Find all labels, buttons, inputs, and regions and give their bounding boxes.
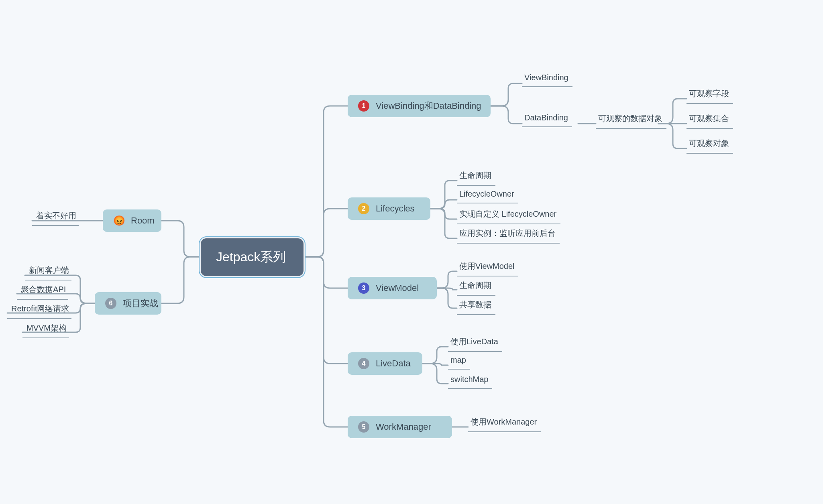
leaf-databinding[interactable]: DataBinding	[522, 111, 572, 127]
node-label: ViewBinding和DataBinding	[376, 100, 481, 112]
node-room[interactable]: 😡 Room	[103, 209, 161, 232]
node-label: WorkManager	[376, 422, 431, 432]
badge-3-icon: 3	[358, 282, 369, 294]
node-viewmodel[interactable]: 3 ViewModel	[348, 277, 437, 299]
leaf-proj-2[interactable]: 聚合数据API	[17, 282, 68, 300]
node-livedata[interactable]: 4 LiveData	[348, 352, 422, 375]
leaf-lifecycle-1[interactable]: 生命周期	[457, 168, 495, 186]
leaf-obs-field[interactable]: 可观察字段	[687, 86, 733, 104]
badge-1-icon: 1	[358, 100, 369, 112]
leaf-ld-2[interactable]: map	[448, 353, 470, 370]
leaf-obs-collection[interactable]: 可观察集合	[687, 111, 733, 129]
node-workmanager[interactable]: 5 WorkManager	[348, 416, 452, 438]
node-label: 项目实战	[123, 297, 158, 309]
leaf-vm-1[interactable]: 使用ViewModel	[457, 258, 518, 276]
leaf-lifecycle-4[interactable]: 应用实例：监听应用前后台	[457, 226, 560, 244]
node-viewbinding-databinding[interactable]: 1 ViewBinding和DataBinding	[348, 95, 491, 117]
badge-4-icon: 4	[358, 358, 369, 369]
leaf-wm-1[interactable]: 使用WorkManager	[468, 414, 541, 432]
leaf-proj-3[interactable]: Retrofit网络请求	[7, 301, 71, 319]
leaf-proj-4[interactable]: MVVM架构	[22, 320, 69, 338]
leaf-obs-object[interactable]: 可观察对象	[687, 136, 733, 154]
node-lifecycles[interactable]: 2 Lifecycles	[348, 197, 430, 220]
leaf-lifecycle-3[interactable]: 实现自定义 LifecycleOwner	[457, 206, 560, 224]
leaf-ld-3[interactable]: switchMap	[448, 372, 492, 389]
leaf-ld-1[interactable]: 使用LiveData	[448, 334, 502, 352]
leaf-vm-2[interactable]: 生命周期	[457, 278, 495, 296]
leaf-room-1[interactable]: 着实不好用	[32, 208, 79, 226]
root-label: Jetpack系列	[216, 248, 286, 266]
badge-2-icon: 2	[358, 203, 369, 214]
node-label: LiveData	[376, 358, 411, 369]
node-project[interactable]: 6 项目实战	[95, 292, 161, 315]
leaf-lifecycle-2[interactable]: LifecycleOwner	[457, 187, 518, 203]
node-label: ViewModel	[376, 283, 419, 293]
badge-6-icon: 6	[105, 298, 116, 309]
node-label: Room	[131, 215, 155, 226]
leaf-observable-dataobj[interactable]: 可观察的数据对象	[596, 111, 666, 129]
badge-5-icon: 5	[358, 421, 369, 433]
leaf-proj-1[interactable]: 新闻客户端	[25, 262, 71, 280]
node-label: Lifecycles	[376, 203, 415, 214]
angry-emoji-icon: 😡	[113, 215, 125, 226]
leaf-viewbinding[interactable]: ViewBinding	[522, 71, 572, 87]
leaf-vm-3[interactable]: 共享数据	[457, 297, 495, 315]
root-node[interactable]: Jetpack系列	[202, 239, 303, 275]
